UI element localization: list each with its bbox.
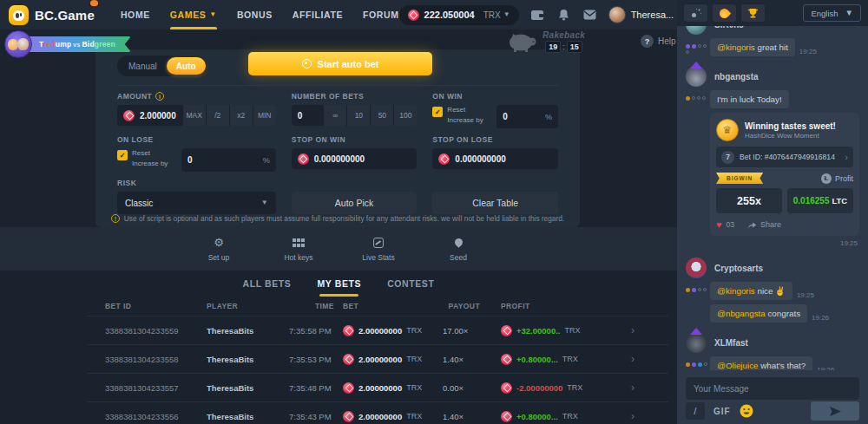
table-row[interactable]: 3388381304233558 TheresaBits 7:35:53 PM … <box>87 344 668 373</box>
balance-selector[interactable]: 222.050004 TRX▼ <box>399 5 519 25</box>
help-label: Help <box>658 36 676 46</box>
bet-id-cell: 3388381304233559 <box>105 326 207 336</box>
live-stats-button[interactable]: Live Stats <box>356 237 401 262</box>
auto-pick-button[interactable]: Auto Pick <box>292 192 418 214</box>
bcgame-logo[interactable]: BC.Game <box>9 5 95 25</box>
chat-bubble: @Oliejuice what's that? <box>710 356 812 370</box>
table-row[interactable]: 3388381304233559 TheresaBits 7:35:58 PM … <box>87 316 668 344</box>
chevron-right-icon[interactable]: › <box>631 382 640 394</box>
koala-logo-icon <box>9 5 29 25</box>
seed-button[interactable]: Seed <box>436 237 481 262</box>
reset-checkbox[interactable]: ✓ <box>117 150 128 160</box>
stats-icon <box>373 238 384 248</box>
clear-table-button[interactable]: Clear Table <box>432 192 558 214</box>
reset-label: Reset <box>447 106 483 114</box>
on-win-percent-input[interactable]: 0% <box>496 105 558 128</box>
time-cell: 7:35:53 PM <box>289 355 343 364</box>
amount-modifier-button[interactable]: /2 <box>206 105 229 126</box>
trx-coin-icon <box>438 153 450 165</box>
send-message-button[interactable] <box>811 401 859 421</box>
auto-mode-button[interactable]: Auto <box>167 57 206 75</box>
setup-button[interactable]: ⚙ Set up <box>196 237 241 262</box>
on-lose-control: ON LOSE ✓ ResetIncrease by 0% <box>117 135 276 172</box>
bets-preset-button[interactable]: 50 <box>370 105 393 126</box>
top-navbar: BC.Game HOME GAMES▼ BONUS AFFILIATE FORU… <box>0 0 677 29</box>
fireball-icon <box>718 6 732 20</box>
player-cell: TheresaBits <box>207 383 289 393</box>
gif-button[interactable]: GIF <box>713 407 731 416</box>
stop-on-win-input[interactable]: 0.000000000 <box>292 148 418 169</box>
trx-coin-icon <box>343 411 354 422</box>
navbar-right: 222.050004 TRX▼ Theresa... ▼ <box>399 5 713 25</box>
bets-preset-button[interactable]: ∞ <box>323 105 346 126</box>
menu-item-forum[interactable]: FORUM <box>363 0 399 29</box>
avatar[interactable] <box>686 258 707 278</box>
rakeback-widget[interactable]: Rakeback 19 : 15 <box>506 30 585 53</box>
avatar[interactable] <box>686 332 707 353</box>
help-button[interactable]: ? Help <box>641 35 676 48</box>
chevron-right-icon[interactable]: › <box>631 410 640 422</box>
trx-coin-icon <box>501 382 512 394</box>
chat-username[interactable]: nbgangsta <box>714 72 759 82</box>
amount-modifier-button[interactable]: MIN <box>253 105 276 126</box>
chat-username[interactable]: XLMfast <box>714 338 748 348</box>
chat-username[interactable]: Cryptosarts <box>714 264 763 273</box>
menu-item-games[interactable]: GAMES▼ <box>170 0 217 29</box>
slash-commands-button[interactable]: / <box>686 402 705 420</box>
tab-contest[interactable]: CONTEST <box>387 278 434 297</box>
on-win-label: ON WIN <box>432 92 463 101</box>
win-card-bet-id[interactable]: 7 Bet ID: #4076447949916814 › <box>716 147 853 167</box>
chat-contest-button[interactable] <box>741 4 765 22</box>
quick-actions-bar: ⚙ Set up Hot keys Live Stats Seed <box>0 227 677 271</box>
chat-username[interactable]: SiK0n3 <box>714 26 744 29</box>
stop-on-lose-input[interactable]: 0.000000000 <box>432 148 558 169</box>
tab-all-bets[interactable]: ALL BETS <box>242 278 291 297</box>
chat-rain-button[interactable] <box>684 4 707 22</box>
language-select[interactable]: English ▼ <box>803 4 861 22</box>
share-button[interactable]: Share <box>747 220 781 229</box>
tab-my-bets[interactable]: MY BETS <box>317 278 361 297</box>
number-of-bets-input[interactable]: 0 <box>292 105 324 126</box>
chat-fireball-button[interactable] <box>713 4 736 22</box>
table-row[interactable]: 3388381304233557 TheresaBits 7:35:48 PM … <box>87 373 668 401</box>
menu-item-home[interactable]: HOME <box>121 0 150 29</box>
bets-preset-button[interactable]: 10 <box>346 105 370 126</box>
promo-banner[interactable]: TredumpvsBidgreen <box>4 29 136 60</box>
balance-amount: 222.050004 <box>424 10 475 20</box>
notifications-bell-icon[interactable] <box>556 8 571 23</box>
avatar[interactable] <box>686 26 707 35</box>
like-count: 03 <box>727 220 734 229</box>
chevron-right-icon[interactable]: › <box>631 353 640 365</box>
bet-id-cell: 3388381304233558 <box>105 355 207 364</box>
avatar[interactable] <box>686 66 707 87</box>
amount-modifier-button[interactable]: MAX <box>182 105 206 126</box>
like-button[interactable]: ♥ <box>716 219 722 230</box>
on-lose-label: ON LOSE <box>117 135 154 144</box>
emoji-picker-icon[interactable] <box>740 404 753 418</box>
amount-modifier-button[interactable]: x2 <box>229 105 253 126</box>
bets-preset-button[interactable]: 100 <box>393 105 417 126</box>
gear-icon: ⚙ <box>214 237 224 248</box>
win-share-card[interactable]: ♛ Winning tastes sweet! HashDice Wow Mom… <box>710 113 859 236</box>
hot-keys-button[interactable]: Hot keys <box>276 237 321 262</box>
amount-input[interactable]: 2.000000 <box>117 105 182 126</box>
reset-checkbox[interactable]: ✓ <box>432 107 443 117</box>
chevron-right-icon[interactable]: › <box>631 324 640 336</box>
manual-mode-button[interactable]: Manual <box>119 57 167 75</box>
menu-item-affiliate[interactable]: AFFILIATE <box>293 0 343 29</box>
table-row[interactable]: 3388381304233556 TheresaBits 7:35:43 PM … <box>87 401 668 424</box>
spray-icon <box>692 9 700 17</box>
wallet-icon[interactable] <box>530 8 545 23</box>
bet-cell: 2.00000000TRX <box>343 382 443 394</box>
start-auto-bet-button[interactable]: Start auto bet <box>248 52 432 75</box>
piggy-bank-icon <box>506 30 537 53</box>
timer-minutes: 19 <box>545 41 561 53</box>
user-menu[interactable]: Theresa... ▼ <box>608 6 686 23</box>
menu-item-bonus[interactable]: BONUS <box>237 0 273 29</box>
divider <box>117 85 558 86</box>
on-lose-percent-input[interactable]: 0% <box>181 148 276 172</box>
mail-icon[interactable] <box>582 8 597 23</box>
risk-select[interactable]: Classic▼ <box>117 192 276 214</box>
send-arrow-icon <box>830 407 841 416</box>
chat-message-input[interactable] <box>686 377 859 400</box>
